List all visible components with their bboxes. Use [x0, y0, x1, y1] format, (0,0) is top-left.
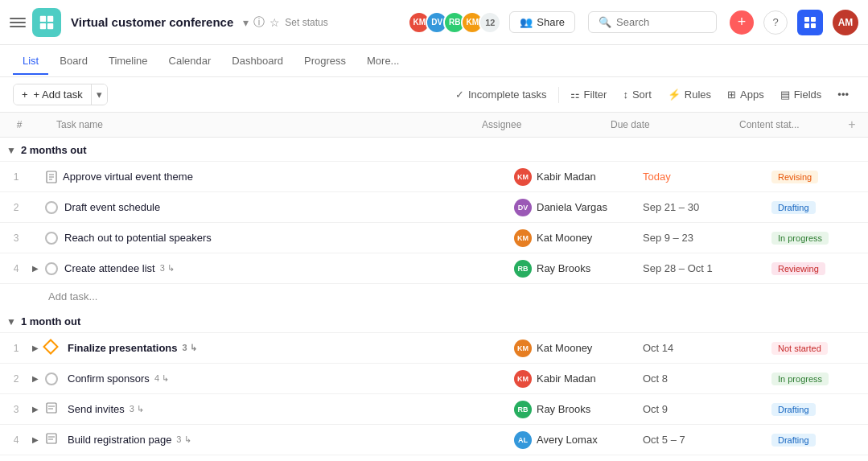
add-task-dropdown-arrow[interactable]: ▾: [91, 84, 107, 105]
filter-button[interactable]: ⚏ Filter: [564, 84, 614, 105]
table-row[interactable]: 4 ▶ Create attendee list 3 ↳ RB Ray Broo…: [0, 253, 868, 284]
svg-rect-7: [811, 23, 816, 28]
task-type-icon: [45, 401, 60, 417]
assignee-cell: DV Daniela Vargas: [514, 199, 643, 216]
tab-list[interactable]: List: [13, 48, 48, 75]
tab-calendar[interactable]: Calendar: [159, 48, 221, 75]
share-button[interactable]: 👥 Share: [509, 11, 575, 33]
status-cell: Drafting: [771, 403, 868, 416]
rules-button[interactable]: ⚡ Rules: [661, 84, 718, 105]
assignee-avatar: RB: [514, 260, 532, 278]
assignee-cell: KM Kabir Madan: [514, 168, 643, 186]
table-row[interactable]: 1 ▶ Finalize presentations 3 ↳ KM Kat Mo…: [0, 333, 868, 364]
project-title: Virtual customer conference: [71, 15, 233, 29]
col-header-add[interactable]: +: [836, 117, 868, 132]
tab-dashboard[interactable]: Dashboard: [222, 48, 293, 75]
status-badge: Not started: [771, 342, 828, 355]
top-bar: Virtual customer conference ▾ ⓘ ☆ Set st…: [0, 0, 868, 45]
avatar-count: 12: [479, 11, 501, 34]
col-header-num: #: [0, 119, 32, 130]
search-bar[interactable]: 🔍: [588, 11, 717, 33]
assignee-cell: RB Ray Brooks: [514, 260, 643, 278]
grid-view-button[interactable]: [797, 10, 823, 35]
assignee-avatar: AL: [514, 431, 532, 449]
expand-icon[interactable]: ▶: [32, 405, 45, 414]
table-row[interactable]: 3 Reach out to potential speakers KM Kat…: [0, 223, 868, 253]
task-name: Approve virtual event theme: [63, 171, 514, 183]
table-row[interactable]: 2 Draft event schedule DV Daniela Vargas…: [0, 192, 868, 223]
assignee-cell: AL Avery Lomax: [514, 431, 643, 449]
svg-rect-5: [811, 17, 816, 22]
status-cell: Not started: [771, 342, 868, 355]
due-date-cell: Oct 14: [643, 342, 771, 354]
task-number: 3: [0, 404, 32, 415]
status-cell: Drafting: [771, 434, 868, 447]
task-type-icon: [45, 201, 60, 214]
info-icon[interactable]: ⓘ: [253, 15, 265, 30]
help-button[interactable]: ?: [763, 10, 788, 35]
svg-rect-12: [47, 403, 56, 413]
apps-icon: ⊞: [727, 88, 736, 101]
share-icon: 👥: [520, 16, 533, 28]
status-badge: Drafting: [771, 403, 816, 416]
incomplete-tasks-filter[interactable]: ✓ Incomplete tasks: [449, 84, 553, 105]
hamburger-menu[interactable]: [10, 14, 26, 31]
assignee-cell: KM Kat Mooney: [514, 229, 643, 247]
tab-board[interactable]: Board: [50, 48, 97, 75]
table-header: # Task name Assignee Due date Content st…: [0, 113, 868, 138]
circle-check-icon: [45, 201, 58, 214]
section-toggle[interactable]: ▼: [6, 145, 16, 156]
task-number: 2: [0, 373, 32, 385]
task-number: 3: [0, 233, 32, 244]
svg-rect-4: [804, 17, 809, 22]
task-type-icon: [45, 373, 60, 385]
task-type-icon: [45, 432, 60, 447]
section-label: 1 month out: [21, 315, 80, 327]
table-row[interactable]: 4 ▶ Build registration page 3 ↳ AL Avery…: [0, 425, 868, 455]
add-task-inline[interactable]: Add task...: [0, 284, 868, 309]
section-toggle[interactable]: ▼: [6, 316, 16, 327]
svg-rect-15: [47, 434, 56, 443]
assignee-cell: KM Kat Mooney: [514, 340, 643, 357]
task-type-icon: [45, 341, 60, 355]
lines-icon: [45, 432, 58, 445]
fields-icon: ▤: [780, 88, 790, 101]
tab-timeline[interactable]: Timeline: [99, 48, 158, 75]
set-status-btn[interactable]: Set status: [285, 17, 327, 28]
tab-progress[interactable]: Progress: [294, 48, 356, 75]
table-row[interactable]: 3 ▶ Send invites 3 ↳ RB Ray Brooks Oct 9…: [0, 394, 868, 425]
search-input[interactable]: [616, 16, 706, 28]
expand-icon[interactable]: ▶: [32, 435, 45, 444]
expand-icon[interactable]: ▶: [32, 374, 45, 383]
table-row[interactable]: 1 Approve virtual event theme KM Kabir M…: [0, 162, 868, 192]
more-options-button[interactable]: •••: [831, 84, 855, 105]
subtask-count: 3 ↳: [130, 404, 144, 414]
fields-button[interactable]: ▤ Fields: [774, 84, 829, 105]
toolbar: + + Add task ▾ ✓ Incomplete tasks ⚏ Filt…: [0, 77, 868, 113]
search-icon: 🔍: [599, 16, 611, 28]
table-row[interactable]: 2 ▶ Confirm sponsors 4 ↳ KM Kabir Madan …: [0, 364, 868, 394]
app-icon: [32, 8, 61, 37]
add-button[interactable]: +: [730, 10, 754, 35]
assignee-avatar: KM: [514, 340, 532, 357]
subtask-count: 4 ↳: [154, 373, 169, 384]
col-header-due: Due date: [611, 119, 739, 130]
user-avatar[interactable]: AM: [833, 10, 858, 35]
status-badge: Revising: [771, 171, 818, 183]
task-name: Finalize presentations 3 ↳: [64, 342, 514, 354]
tab-more[interactable]: More...: [357, 48, 409, 75]
task-number: 4: [0, 263, 32, 274]
sort-button[interactable]: ↕ Sort: [616, 84, 657, 105]
apps-button[interactable]: ⊞ Apps: [721, 84, 771, 105]
chevron-down-icon[interactable]: ▾: [243, 16, 249, 29]
assignee-avatar: KM: [514, 168, 532, 186]
add-task-button[interactable]: + + Add task ▾: [13, 84, 108, 105]
task-name: Create attendee list 3 ↳: [64, 262, 514, 274]
star-icon[interactable]: ☆: [269, 16, 280, 29]
assignee-cell: KM Kabir Madan: [514, 370, 643, 388]
expand-icon[interactable]: ▶: [32, 264, 45, 273]
diamond-icon: [43, 339, 59, 355]
subtask-count: 3 ↳: [176, 434, 191, 445]
subtask-count: 3 ↳: [160, 263, 175, 274]
status-cell: Drafting: [771, 201, 868, 214]
